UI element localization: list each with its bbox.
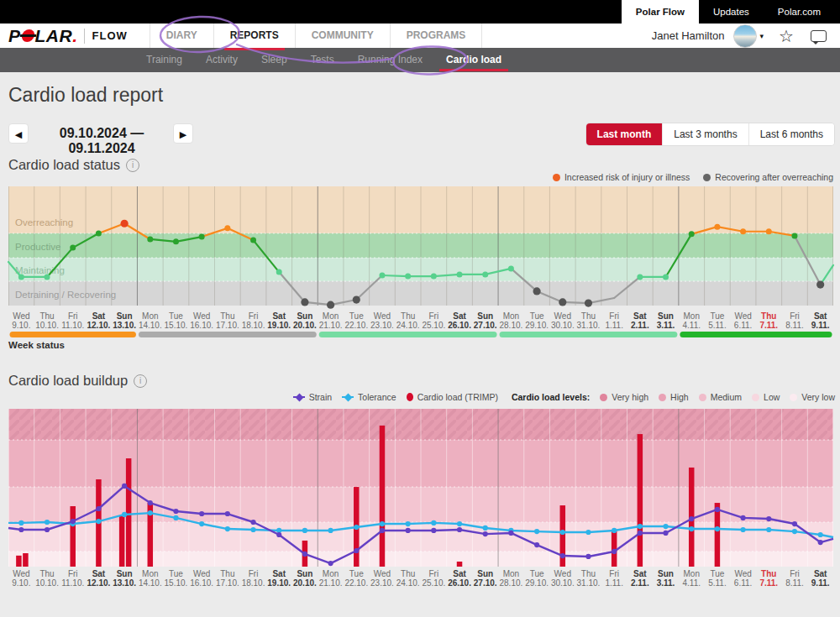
svg-text:Tue5.11.: Tue5.11. [708, 311, 727, 330]
subnav-item-training[interactable]: Training [134, 48, 194, 72]
svg-text:Thu31.10.: Thu31.10. [577, 311, 601, 330]
svg-text:Wed9.10.: Wed9.10. [12, 311, 30, 330]
subnav-item-tests[interactable]: Tests [299, 48, 346, 72]
polar-flow-app: Polar Flow Updates Polar.com PLAR. FLOW … [0, 0, 840, 617]
svg-text:Fri11.10.: Fri11.10. [61, 569, 84, 588]
legend-item: Cardio load (TRIMP) [407, 392, 498, 402]
legend-label: High [670, 392, 689, 402]
previous-period-button[interactable]: ◀ [8, 123, 29, 144]
svg-text:Fri11.10.: Fri11.10. [61, 311, 84, 330]
svg-text:Thu10.10.: Thu10.10. [35, 569, 59, 588]
svg-text:Sun27.10.: Sun27.10. [474, 311, 497, 330]
svg-text:Wed23.10.: Wed23.10. [370, 311, 394, 330]
svg-text:Sat9.11.: Sat9.11. [811, 569, 830, 588]
svg-text:Wed16.10.: Wed16.10. [190, 311, 213, 330]
svg-text:Tue15.10.: Tue15.10. [165, 569, 188, 588]
subnav-item-activity[interactable]: Activity [194, 48, 249, 72]
last-3-months-button[interactable]: Last 3 months [662, 123, 748, 145]
legend-level-dot-icon [752, 394, 759, 401]
favorites-star-icon[interactable]: ☆ [779, 28, 794, 44]
week-status-label: Week status [8, 340, 65, 350]
date-range-label: 09.10.2024 — 09.11.2024 [34, 126, 170, 156]
legend-label: Increased risk of injury or illness [564, 172, 690, 182]
legend-label: Recovering after overreaching [715, 172, 833, 182]
svg-text:Tue29.10.: Tue29.10. [525, 311, 549, 330]
svg-text:Sat12.10.: Sat12.10. [87, 311, 111, 330]
page-title: Cardio load report [8, 84, 163, 107]
svg-text:Mon28.10.: Mon28.10. [500, 569, 523, 588]
status-section-title: Cardio load status i [8, 157, 139, 173]
svg-text:Thu7.11.: Thu7.11. [759, 569, 778, 588]
svg-text:Mon14.10.: Mon14.10. [139, 569, 162, 588]
svg-text:Mon4.11.: Mon4.11. [682, 311, 701, 330]
legend-label: Low [764, 392, 780, 402]
svg-text:Wed6.11.: Wed6.11. [734, 569, 753, 588]
nav-item-diary[interactable]: DIARY [150, 24, 214, 48]
feedback-bubble-icon[interactable] [811, 30, 827, 42]
svg-text:Sat9.11.: Sat9.11. [811, 311, 830, 330]
legend-label: Very high [612, 392, 648, 402]
svg-text:Thu17.10.: Thu17.10. [216, 569, 239, 588]
legend-label: Medium [711, 392, 742, 402]
legend-label: Very low [801, 392, 835, 402]
legend-label: Tolerance [358, 392, 396, 402]
cardio-load-buildup-chart[interactable]: Wed9.10.Thu10.10.Fri11.10.Sat12.10.Sun13… [8, 409, 833, 600]
next-period-button[interactable]: ▶ [173, 123, 193, 144]
status-section-title-text: Cardio load status [8, 157, 120, 173]
subnav-item-sleep[interactable]: Sleep [249, 48, 299, 72]
buildup-section-title-text: Cardio load buildup [8, 373, 128, 389]
subnav-item-running-index[interactable]: Running Index [346, 48, 434, 72]
tab-updates[interactable]: Updates [699, 0, 764, 24]
legend-diamond-icon [293, 394, 305, 401]
svg-text:Mon14.10.: Mon14.10. [139, 311, 162, 330]
svg-text:Thu10.10.: Thu10.10. [35, 311, 59, 330]
info-icon[interactable]: i [134, 374, 147, 388]
legend-level-item: Medium [699, 392, 742, 402]
last-6-months-button[interactable]: Last 6 months [748, 123, 834, 145]
nav-item-community[interactable]: COMMUNITY [296, 24, 391, 48]
svg-text:Thu7.11.: Thu7.11. [759, 311, 778, 330]
svg-text:Wed9.10.: Wed9.10. [12, 569, 30, 588]
legend-level-dot-icon [600, 394, 607, 401]
time-range-buttons: Last month Last 3 months Last 6 months [586, 123, 834, 145]
legend-item: Recovering after overreaching [703, 172, 833, 182]
svg-text:Mon21.10.: Mon21.10. [319, 569, 343, 588]
svg-text:Fri8.11.: Fri8.11. [785, 311, 804, 330]
svg-text:Sun3.11.: Sun3.11. [657, 569, 675, 588]
svg-text:Mon28.10.: Mon28.10. [500, 311, 523, 330]
logo-letter-p: P [8, 26, 21, 46]
avatar[interactable] [733, 24, 757, 48]
svg-text:Productive: Productive [15, 242, 60, 252]
legend-trimp-dot-icon [407, 393, 413, 401]
reports-subnav: Training Activity Sleep Tests Running In… [0, 48, 840, 72]
tab-polar-com[interactable]: Polar.com [764, 0, 835, 24]
user-name[interactable]: Janet Hamilton [652, 29, 725, 42]
status-legend: Increased risk of injury or illnessRecov… [553, 172, 833, 182]
svg-text:Tue29.10.: Tue29.10. [525, 569, 549, 588]
info-icon[interactable]: i [126, 159, 139, 172]
legend-dot-icon [703, 174, 711, 181]
subnav-item-cardio-load[interactable]: Cardio load [434, 48, 513, 72]
chevron-down-icon[interactable]: ▾ [760, 32, 764, 40]
last-month-button[interactable]: Last month [586, 123, 663, 145]
svg-text:Thu24.10.: Thu24.10. [396, 311, 420, 330]
polar-logo[interactable]: PLAR. [8, 26, 78, 46]
nav-item-programs[interactable]: PROGRAMS [391, 24, 483, 48]
svg-text:Sat19.10.: Sat19.10. [267, 311, 291, 330]
legend-item: Increased risk of injury or illness [553, 172, 690, 182]
svg-text:Wed23.10.: Wed23.10. [370, 569, 394, 588]
tab-polar-flow[interactable]: Polar Flow [622, 0, 699, 24]
cardio-load-status-chart[interactable]: OverreachingProductiveMaintainingDetrain… [8, 186, 833, 354]
svg-text:Mon21.10.: Mon21.10. [319, 311, 343, 330]
legend-item: Strain [293, 392, 332, 402]
svg-text:Thu31.10.: Thu31.10. [577, 569, 601, 588]
main-navbar: PLAR. FLOW DIARY REPORTS COMMUNITY PROGR… [0, 24, 840, 48]
main-nav-items: DIARY REPORTS COMMUNITY PROGRAMS [150, 24, 483, 48]
svg-text:Sat2.11.: Sat2.11. [631, 569, 649, 588]
logo-letters-lar: LAR [35, 26, 73, 46]
nav-item-reports[interactable]: REPORTS [214, 24, 296, 48]
svg-text:Sun3.11.: Sun3.11. [657, 311, 675, 330]
svg-text:Fri1.11.: Fri1.11. [605, 569, 623, 588]
svg-text:Tue15.10.: Tue15.10. [165, 311, 188, 330]
svg-text:Fri25.10.: Fri25.10. [422, 569, 445, 588]
